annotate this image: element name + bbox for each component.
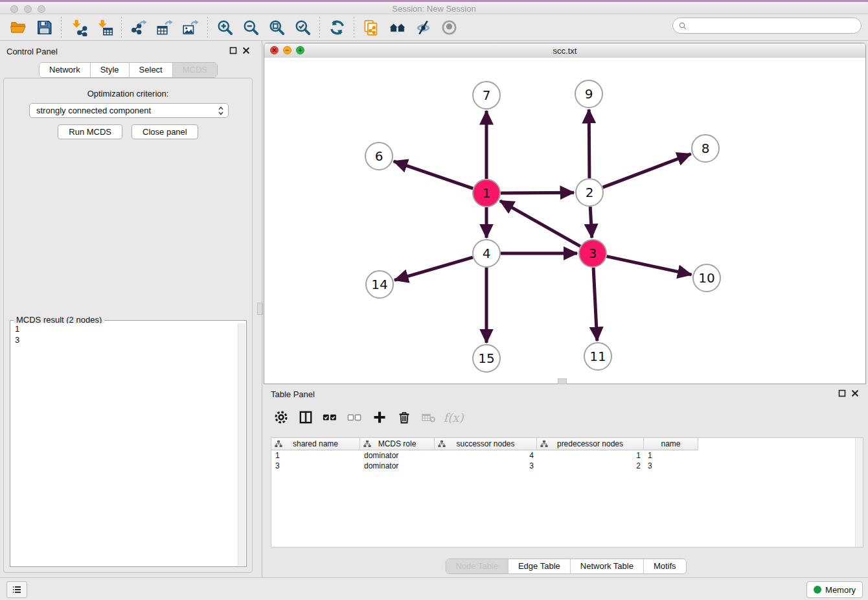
apply-layout-button[interactable] [324,16,350,38]
network-canvas[interactable]: 7968124314101511 [264,58,865,384]
close-panel-button[interactable]: Close panel [131,124,198,139]
zoom-selected-button[interactable] [290,16,315,38]
import-network-icon [70,19,87,36]
table-row[interactable]: 1dominator411 [271,450,863,461]
table-row[interactable]: 3dominator323 [271,461,863,471]
application-window: Session: New Session Control Panel Netwo… [0,0,868,600]
node-8[interactable]: 8 [692,135,719,162]
node-11[interactable]: 11 [584,343,611,370]
table-cell[interactable]: 4 [435,450,537,461]
export-table-button[interactable] [152,16,177,38]
split-pane-button[interactable] [295,407,316,428]
node-label: 8 [702,141,710,156]
duplicate-network-button[interactable] [358,16,384,38]
column-header-predecessor-nodes[interactable]: predecessor nodes [537,438,644,450]
column-header-shared-name[interactable]: shared name [271,438,360,450]
home-view-icon [389,19,406,36]
export-network-button[interactable] [126,16,152,38]
tab-select[interactable]: Select [130,63,173,77]
node-3[interactable]: 3 [579,240,606,267]
select-all-columns-button[interactable] [320,407,341,428]
table-cell[interactable]: 3 [644,461,698,471]
edge-2-9[interactable] [589,110,589,178]
node-4[interactable]: 4 [473,240,500,267]
zoom-fit-button[interactable] [264,16,290,38]
table-cell[interactable]: 2 [537,461,644,471]
node-label: 9 [585,86,593,102]
node-6[interactable]: 6 [365,143,393,170]
task-history-button[interactable] [6,581,27,598]
tab-mcds[interactable]: MCDS [173,63,217,77]
close-table-panel-icon[interactable] [851,389,859,397]
table-cell[interactable]: 1 [271,450,360,461]
save-session-button[interactable] [31,16,57,38]
export-image-button[interactable] [177,16,203,38]
import-network-button[interactable] [65,16,91,38]
table-options-button[interactable] [271,407,291,428]
toolbar-separator [121,17,122,38]
search-input[interactable] [688,21,861,30]
add-column-button[interactable] [369,407,390,428]
column-header-MCDS-role[interactable]: MCDS role [360,438,435,450]
tab-edge-table[interactable]: Edge Table [508,559,571,573]
edge-3-1[interactable] [500,201,580,246]
mcds-result-list[interactable]: 13 [11,323,238,566]
column-header-name[interactable]: name [644,438,698,450]
edge-1-6[interactable] [394,161,474,189]
table-cell[interactable]: dominator [360,450,435,461]
memory-status-icon [814,586,821,594]
node-10[interactable]: 10 [693,264,720,292]
tab-network[interactable]: Network [40,63,91,77]
table-cell[interactable]: 3 [271,461,360,471]
close-panel-icon[interactable] [242,47,250,54]
table-cell[interactable]: dominator [360,461,435,471]
table-cell[interactable]: 1 [644,450,698,461]
hide-panels-button[interactable] [410,16,436,38]
deselect-all-columns-button[interactable] [345,407,365,428]
float-panel-icon[interactable] [229,47,237,54]
node-9[interactable]: 9 [575,80,602,108]
float-table-panel-icon[interactable] [838,389,846,397]
table-cell[interactable]: 1 [537,450,644,461]
edge-3-10[interactable] [607,257,692,275]
result-scrollbar[interactable] [238,323,246,566]
delete-table-button[interactable] [418,407,439,428]
network-resize-grip[interactable] [558,378,567,384]
edge-4-14[interactable] [394,257,473,280]
delete-column-button[interactable] [394,407,415,428]
node-15[interactable]: 15 [473,345,500,372]
panel-splitter[interactable] [257,41,264,577]
tab-motifs[interactable]: Motifs [644,559,686,573]
import-table-button[interactable] [91,16,117,38]
zoom-in-button[interactable] [212,16,238,38]
node-14[interactable]: 14 [366,271,393,298]
edge-3-11[interactable] [593,268,597,341]
record-button[interactable] [436,16,462,38]
open-file-button[interactable] [5,16,31,38]
column-label: shared name [293,439,338,448]
memory-button[interactable]: Memory [806,581,863,598]
node-2[interactable]: 2 [576,179,603,206]
criterion-select[interactable]: strongly connected component [29,103,229,118]
node-7[interactable]: 7 [473,82,500,109]
edge-1-2[interactable] [501,192,574,193]
edge-2-8[interactable] [603,154,691,188]
column-header-successor-nodes[interactable]: successor nodes [435,438,537,450]
toolbar-separator [319,17,320,38]
tab-node-table[interactable]: Node Table [446,559,508,573]
home-view-button[interactable] [384,16,410,38]
function-builder-button[interactable]: f(x) [443,407,464,428]
table-scrollbar[interactable] [855,438,863,547]
network-window-titlebar: ✕ − + scc.txt [264,43,865,58]
splitter-grip[interactable] [257,303,263,315]
edge-2-3[interactable] [590,207,592,238]
table-cell[interactable]: 3 [435,461,537,471]
toolbar-separator [207,17,208,38]
tab-network-table[interactable]: Network Table [571,559,644,573]
select-chevrons-icon [218,106,224,116]
record-icon [440,19,458,36]
zoom-out-button[interactable] [238,16,264,38]
run-mcds-button[interactable]: Run MCDS [58,124,122,139]
node-1[interactable]: 1 [473,179,500,207]
tab-style[interactable]: Style [91,63,130,77]
